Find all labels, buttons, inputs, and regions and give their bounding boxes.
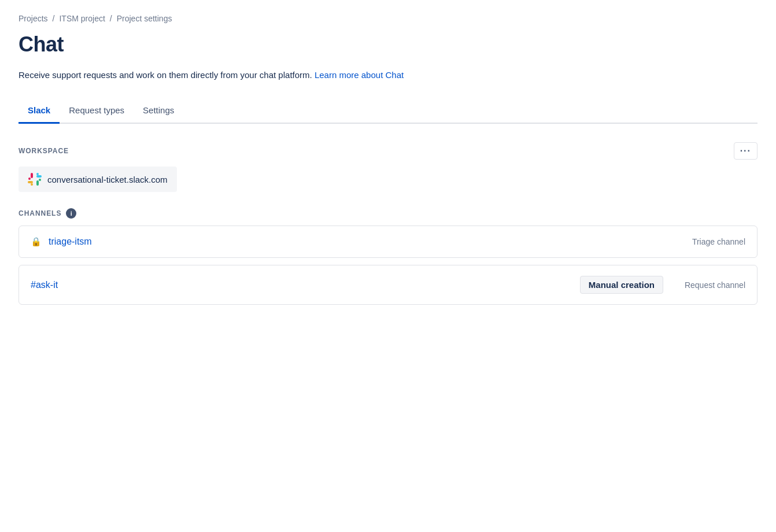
info-icon[interactable]: i xyxy=(66,208,76,219)
page-title: Chat xyxy=(19,32,757,57)
workspace-name: conversational-ticket.slack.com xyxy=(47,175,168,184)
breadcrumb-project-settings[interactable]: Project settings xyxy=(117,14,172,23)
learn-more-link[interactable]: Learn more about Chat xyxy=(315,70,404,80)
svg-rect-3 xyxy=(36,173,39,175)
breadcrumb: Projects / ITSM project / Project settin… xyxy=(19,14,757,23)
svg-rect-6 xyxy=(28,181,33,183)
svg-rect-5 xyxy=(39,179,41,181)
slack-icon xyxy=(28,172,42,186)
workspace-more-button[interactable]: ··· xyxy=(734,142,757,160)
svg-rect-1 xyxy=(28,178,31,180)
channel-type-ask-it: Request channel xyxy=(670,280,745,290)
channels-section: CHANNELS i 🔒 triage-itsm Triage channel … xyxy=(19,208,757,305)
breadcrumb-sep-2: / xyxy=(110,14,112,23)
svg-rect-7 xyxy=(31,183,33,186)
channels-section-title: CHANNELS xyxy=(19,209,61,217)
workspace-section: WORKSPACE ··· conversational-ticket.slac… xyxy=(19,142,757,192)
channels-header: CHANNELS i xyxy=(19,208,757,219)
svg-rect-2 xyxy=(36,175,42,178)
svg-rect-0 xyxy=(31,173,33,178)
channel-type-triage: Triage channel xyxy=(670,237,745,246)
workspace-badge: conversational-ticket.slack.com xyxy=(19,167,177,192)
channel-name-ask-it[interactable]: #ask-it xyxy=(31,280,573,290)
workspace-section-title: WORKSPACE xyxy=(19,147,69,155)
lock-icon: 🔒 xyxy=(31,237,42,247)
svg-rect-4 xyxy=(36,180,39,186)
tab-slack[interactable]: Slack xyxy=(19,98,60,124)
tabs-container: Slack Request types Settings xyxy=(19,98,757,124)
tab-settings[interactable]: Settings xyxy=(134,98,183,124)
channel-card-ask-it: #ask-it Manual creation Request channel xyxy=(19,265,757,305)
manual-creation-badge: Manual creation xyxy=(580,276,663,294)
breadcrumb-projects[interactable]: Projects xyxy=(19,14,48,23)
channel-card-triage: 🔒 triage-itsm Triage channel xyxy=(19,226,757,258)
tab-request-types[interactable]: Request types xyxy=(60,98,134,124)
channel-name-triage[interactable]: triage-itsm xyxy=(49,237,663,247)
workspace-header: WORKSPACE ··· xyxy=(19,142,757,160)
page-description: Receive support requests and work on the… xyxy=(19,68,539,82)
breadcrumb-itsm-project[interactable]: ITSM project xyxy=(59,14,105,23)
breadcrumb-sep-1: / xyxy=(53,14,55,23)
